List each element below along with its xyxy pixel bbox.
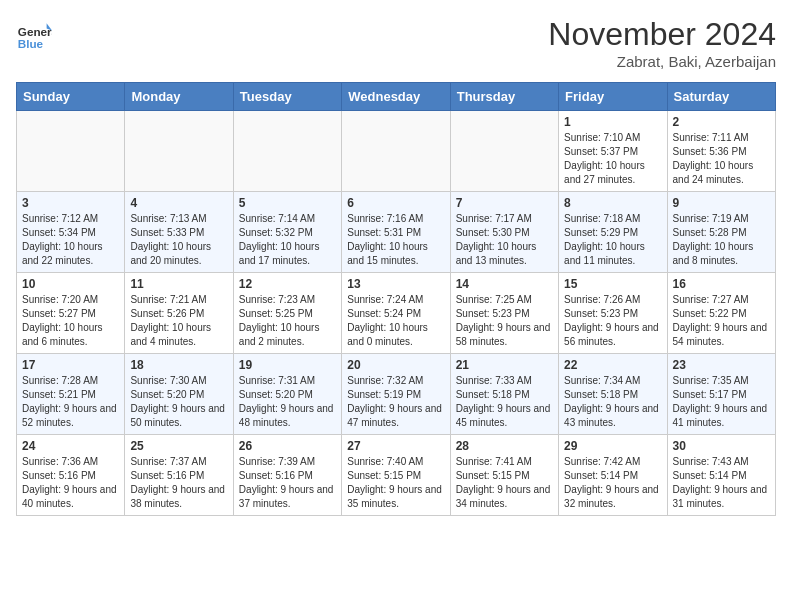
day-info: Sunrise: 7:33 AM Sunset: 5:18 PM Dayligh… <box>456 374 553 430</box>
calendar-cell: 7Sunrise: 7:17 AM Sunset: 5:30 PM Daylig… <box>450 192 558 273</box>
calendar-week-row: 10Sunrise: 7:20 AM Sunset: 5:27 PM Dayli… <box>17 273 776 354</box>
day-info: Sunrise: 7:41 AM Sunset: 5:15 PM Dayligh… <box>456 455 553 511</box>
weekday-header: Saturday <box>667 83 775 111</box>
calendar-cell: 24Sunrise: 7:36 AM Sunset: 5:16 PM Dayli… <box>17 435 125 516</box>
day-info: Sunrise: 7:18 AM Sunset: 5:29 PM Dayligh… <box>564 212 661 268</box>
day-number: 14 <box>456 277 553 291</box>
day-number: 9 <box>673 196 770 210</box>
day-info: Sunrise: 7:11 AM Sunset: 5:36 PM Dayligh… <box>673 131 770 187</box>
day-info: Sunrise: 7:40 AM Sunset: 5:15 PM Dayligh… <box>347 455 444 511</box>
day-number: 21 <box>456 358 553 372</box>
calendar-week-row: 1Sunrise: 7:10 AM Sunset: 5:37 PM Daylig… <box>17 111 776 192</box>
day-info: Sunrise: 7:23 AM Sunset: 5:25 PM Dayligh… <box>239 293 336 349</box>
day-info: Sunrise: 7:26 AM Sunset: 5:23 PM Dayligh… <box>564 293 661 349</box>
calendar-cell: 25Sunrise: 7:37 AM Sunset: 5:16 PM Dayli… <box>125 435 233 516</box>
day-info: Sunrise: 7:42 AM Sunset: 5:14 PM Dayligh… <box>564 455 661 511</box>
weekday-header: Sunday <box>17 83 125 111</box>
calendar-week-row: 3Sunrise: 7:12 AM Sunset: 5:34 PM Daylig… <box>17 192 776 273</box>
day-info: Sunrise: 7:37 AM Sunset: 5:16 PM Dayligh… <box>130 455 227 511</box>
calendar-cell <box>17 111 125 192</box>
title-block: November 2024 Zabrat, Baki, Azerbaijan <box>548 16 776 70</box>
day-number: 5 <box>239 196 336 210</box>
day-number: 23 <box>673 358 770 372</box>
day-number: 2 <box>673 115 770 129</box>
day-info: Sunrise: 7:17 AM Sunset: 5:30 PM Dayligh… <box>456 212 553 268</box>
calendar-cell: 5Sunrise: 7:14 AM Sunset: 5:32 PM Daylig… <box>233 192 341 273</box>
day-number: 25 <box>130 439 227 453</box>
logo-icon: General Blue <box>16 16 52 52</box>
calendar-cell: 1Sunrise: 7:10 AM Sunset: 5:37 PM Daylig… <box>559 111 667 192</box>
calendar-cell: 8Sunrise: 7:18 AM Sunset: 5:29 PM Daylig… <box>559 192 667 273</box>
calendar-week-row: 17Sunrise: 7:28 AM Sunset: 5:21 PM Dayli… <box>17 354 776 435</box>
day-number: 12 <box>239 277 336 291</box>
calendar-cell: 17Sunrise: 7:28 AM Sunset: 5:21 PM Dayli… <box>17 354 125 435</box>
day-number: 24 <box>22 439 119 453</box>
calendar-cell: 16Sunrise: 7:27 AM Sunset: 5:22 PM Dayli… <box>667 273 775 354</box>
month-title: November 2024 <box>548 16 776 53</box>
calendar-cell: 3Sunrise: 7:12 AM Sunset: 5:34 PM Daylig… <box>17 192 125 273</box>
calendar-cell: 9Sunrise: 7:19 AM Sunset: 5:28 PM Daylig… <box>667 192 775 273</box>
calendar-cell: 26Sunrise: 7:39 AM Sunset: 5:16 PM Dayli… <box>233 435 341 516</box>
weekday-header: Friday <box>559 83 667 111</box>
day-info: Sunrise: 7:16 AM Sunset: 5:31 PM Dayligh… <box>347 212 444 268</box>
weekday-header: Wednesday <box>342 83 450 111</box>
day-info: Sunrise: 7:32 AM Sunset: 5:19 PM Dayligh… <box>347 374 444 430</box>
logo: General Blue <box>16 16 52 52</box>
day-number: 29 <box>564 439 661 453</box>
day-info: Sunrise: 7:14 AM Sunset: 5:32 PM Dayligh… <box>239 212 336 268</box>
day-number: 4 <box>130 196 227 210</box>
day-info: Sunrise: 7:27 AM Sunset: 5:22 PM Dayligh… <box>673 293 770 349</box>
calendar-cell: 13Sunrise: 7:24 AM Sunset: 5:24 PM Dayli… <box>342 273 450 354</box>
calendar-cell: 27Sunrise: 7:40 AM Sunset: 5:15 PM Dayli… <box>342 435 450 516</box>
calendar-cell: 18Sunrise: 7:30 AM Sunset: 5:20 PM Dayli… <box>125 354 233 435</box>
day-number: 7 <box>456 196 553 210</box>
day-number: 27 <box>347 439 444 453</box>
day-info: Sunrise: 7:19 AM Sunset: 5:28 PM Dayligh… <box>673 212 770 268</box>
calendar-cell <box>233 111 341 192</box>
calendar-cell: 12Sunrise: 7:23 AM Sunset: 5:25 PM Dayli… <box>233 273 341 354</box>
calendar-cell <box>125 111 233 192</box>
day-number: 30 <box>673 439 770 453</box>
day-number: 6 <box>347 196 444 210</box>
calendar-cell <box>342 111 450 192</box>
calendar-week-row: 24Sunrise: 7:36 AM Sunset: 5:16 PM Dayli… <box>17 435 776 516</box>
calendar-header-row: SundayMondayTuesdayWednesdayThursdayFrid… <box>17 83 776 111</box>
day-info: Sunrise: 7:31 AM Sunset: 5:20 PM Dayligh… <box>239 374 336 430</box>
calendar-cell: 4Sunrise: 7:13 AM Sunset: 5:33 PM Daylig… <box>125 192 233 273</box>
svg-text:Blue: Blue <box>18 37 44 50</box>
calendar-cell: 14Sunrise: 7:25 AM Sunset: 5:23 PM Dayli… <box>450 273 558 354</box>
calendar-cell: 22Sunrise: 7:34 AM Sunset: 5:18 PM Dayli… <box>559 354 667 435</box>
calendar-cell: 6Sunrise: 7:16 AM Sunset: 5:31 PM Daylig… <box>342 192 450 273</box>
day-info: Sunrise: 7:12 AM Sunset: 5:34 PM Dayligh… <box>22 212 119 268</box>
calendar-cell: 10Sunrise: 7:20 AM Sunset: 5:27 PM Dayli… <box>17 273 125 354</box>
day-info: Sunrise: 7:10 AM Sunset: 5:37 PM Dayligh… <box>564 131 661 187</box>
day-number: 20 <box>347 358 444 372</box>
weekday-header: Tuesday <box>233 83 341 111</box>
day-number: 11 <box>130 277 227 291</box>
day-number: 28 <box>456 439 553 453</box>
calendar-cell: 21Sunrise: 7:33 AM Sunset: 5:18 PM Dayli… <box>450 354 558 435</box>
calendar-cell: 11Sunrise: 7:21 AM Sunset: 5:26 PM Dayli… <box>125 273 233 354</box>
day-number: 19 <box>239 358 336 372</box>
day-number: 8 <box>564 196 661 210</box>
day-number: 26 <box>239 439 336 453</box>
day-info: Sunrise: 7:20 AM Sunset: 5:27 PM Dayligh… <box>22 293 119 349</box>
page-header: General Blue November 2024 Zabrat, Baki,… <box>16 16 776 70</box>
calendar-table: SundayMondayTuesdayWednesdayThursdayFrid… <box>16 82 776 516</box>
calendar-cell: 19Sunrise: 7:31 AM Sunset: 5:20 PM Dayli… <box>233 354 341 435</box>
day-info: Sunrise: 7:24 AM Sunset: 5:24 PM Dayligh… <box>347 293 444 349</box>
weekday-header: Thursday <box>450 83 558 111</box>
day-info: Sunrise: 7:39 AM Sunset: 5:16 PM Dayligh… <box>239 455 336 511</box>
day-number: 16 <box>673 277 770 291</box>
day-number: 3 <box>22 196 119 210</box>
day-info: Sunrise: 7:35 AM Sunset: 5:17 PM Dayligh… <box>673 374 770 430</box>
day-number: 18 <box>130 358 227 372</box>
weekday-header: Monday <box>125 83 233 111</box>
day-info: Sunrise: 7:30 AM Sunset: 5:20 PM Dayligh… <box>130 374 227 430</box>
calendar-cell: 15Sunrise: 7:26 AM Sunset: 5:23 PM Dayli… <box>559 273 667 354</box>
day-number: 13 <box>347 277 444 291</box>
calendar-cell: 20Sunrise: 7:32 AM Sunset: 5:19 PM Dayli… <box>342 354 450 435</box>
calendar-cell: 30Sunrise: 7:43 AM Sunset: 5:14 PM Dayli… <box>667 435 775 516</box>
day-number: 10 <box>22 277 119 291</box>
day-number: 1 <box>564 115 661 129</box>
